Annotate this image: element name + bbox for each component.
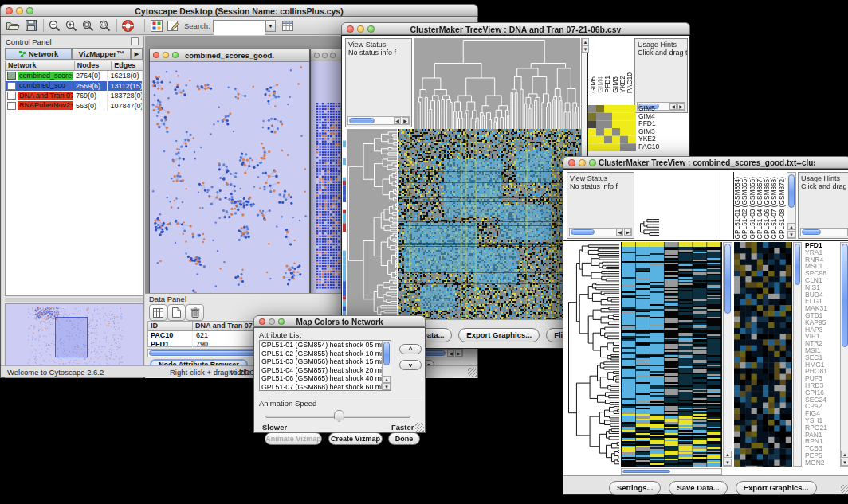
move-down-button[interactable]: v [399,360,422,370]
tv2-heatmap-canvas[interactable] [621,242,722,467]
attribute-list-item[interactable]: GPL51-01 (GSM854) heat shock 05 min [261,341,391,350]
attribute-browser-icon[interactable] [281,19,295,33]
maximize-icon[interactable] [172,52,179,58]
gene-label[interactable]: PHO81 [805,368,839,375]
select-attributes-button[interactable] [149,304,167,321]
zoom-out-icon[interactable] [48,19,61,33]
gene-label-selected[interactable]: PFD1 [805,242,839,249]
gene-label[interactable]: YRA1 [805,249,839,256]
minimize-icon[interactable] [322,53,328,58]
gene-label[interactable]: SEC1 [805,354,839,361]
done-button[interactable]: Done [388,432,420,445]
network-view-canvas[interactable] [150,62,309,304]
vizmapper-icon[interactable] [150,19,163,33]
gene-label[interactable]: ELG1 [805,298,839,305]
treeview-dna-titlebar[interactable]: ClusterMaker TreeView : DNA and Tran 07-… [341,22,690,35]
resize-grip[interactable] [415,423,424,432]
treeview-action-button[interactable]: Save Data... [669,482,726,494]
resize-grip[interactable] [468,368,477,377]
zoom-window-button[interactable] [278,318,285,325]
column-label[interactable]: GPL51-02 (GSM855) [741,177,748,239]
view-status-scrollbar[interactable]: ◀▶ [347,116,410,125]
minimize-button[interactable] [579,159,586,166]
search-input[interactable] [213,20,265,32]
close-button[interactable] [347,25,354,33]
main-window-titlebar[interactable]: Cytoscape Desktop (Session Name: collins… [0,4,478,17]
treeview-action-button[interactable]: Export Graphics... [459,329,539,342]
treeview-action-button[interactable]: Settings... [610,482,660,494]
gene-label[interactable]: MAK31 [805,305,839,312]
tv2-zoom-vscrollbar[interactable] [793,242,802,467]
tv1-heatmap-canvas[interactable] [398,129,581,320]
tv1-row-dendrogram-canvas[interactable] [347,129,397,320]
zoom-window-button[interactable] [26,7,33,14]
gene-label[interactable]: PUF3 [805,375,839,382]
gene-label[interactable]: FIG4 [805,410,839,417]
panel-splitter[interactable] [5,298,143,302]
col-nodes[interactable]: Nodes [75,61,112,70]
annotation-icon[interactable] [167,19,180,33]
gene-label[interactable]: HRD3 [805,382,839,389]
tab-overflow-button[interactable]: ▶ [131,48,143,60]
zoom-fit-icon[interactable] [81,19,95,33]
gene-label[interactable]: PAN1 [805,432,839,439]
resize-grip[interactable] [841,485,848,494]
usage-hints-scrollbar[interactable] [800,228,848,236]
gene-label[interactable]: KAP95 [805,319,839,326]
attribute-list-item[interactable]: GPL51-03 (GSM856) heat shock 15 min [261,357,391,366]
tv2-row-dendrogram-canvas[interactable] [567,242,619,467]
gene-label[interactable]: MSL1 [805,263,839,270]
gene-label[interactable]: RPO21 [805,424,839,432]
zoom-window-button[interactable] [367,25,375,33]
tv1-col-dendrogram-canvas[interactable] [414,38,580,129]
attribute-list-scrollbar[interactable]: ▲▼ [382,341,391,390]
new-attribute-button[interactable] [167,304,186,321]
gene-label[interactable]: TCB3 [805,445,839,452]
search-dropdown-arrow-icon[interactable]: ▼ [265,20,276,32]
attribute-list-item[interactable]: GPL51-06 (GSM865) heat shock 40 min [261,374,391,383]
network-row[interactable]: combined_scores 2764(0) 16218(0) [6,71,143,81]
attribute-list-item[interactable]: GPL51-02 (GSM855) heat shock 10 min [261,350,391,358]
scrollbar-thumb[interactable] [795,244,800,285]
gene-label[interactable]: SPC98 [805,270,839,277]
close-icon[interactable] [314,53,320,58]
tv2-hscrollbar[interactable] [621,468,722,475]
treeview-action-button[interactable]: Export Graphics... [736,482,816,494]
column-label[interactable]: PAC10 [626,72,634,93]
network-row[interactable]: combined_sco 2569(6) 13112(15) [6,81,143,92]
delete-attribute-button[interactable] [186,304,204,321]
network-window-titlebar[interactable]: combined_scores_good.txt--cluste... [150,49,309,62]
col-edges[interactable]: Edges [112,61,143,70]
gene-label[interactable]: CLN1 [805,277,839,284]
animation-speed-slider-thumb[interactable] [334,410,344,422]
gene-label[interactable]: HMG1 [805,361,839,369]
zoom-selected-icon[interactable] [98,19,112,33]
tv1-matrix-canvas[interactable] [588,105,636,151]
gene-label[interactable]: SEC24 [805,397,839,404]
attribute-list[interactable]: GPL51-01 (GSM854) heat shock 05 minGPL51… [259,340,391,391]
gene-label[interactable]: MON2 [805,459,839,467]
attribute-list-item[interactable]: GPL51-07 (GSM868) heat shock 60 min [261,383,391,391]
tv2-col-dendrogram-area[interactable] [636,172,720,239]
help-icon[interactable] [121,19,135,33]
gene-label[interactable]: CPA2 [805,403,839,410]
close-button[interactable] [568,159,575,166]
gene-label[interactable]: YSH1 [805,417,839,424]
dialog-titlebar[interactable]: Map Colors to Network [253,315,426,327]
create-vizmap-button[interactable]: Create Vizmap [328,432,383,445]
gene-label[interactable]: HAP3 [805,326,839,334]
gene-label[interactable]: RPN1 [805,438,839,445]
gene-label[interactable]: PEP5 [805,452,839,459]
zoom-window-button[interactable] [589,159,596,166]
open-icon[interactable] [6,19,20,32]
network-row[interactable]: DNA and Tran 07 769(0) 183728(0) [6,91,143,101]
scrollbar-thumb[interactable] [842,244,848,347]
close-button[interactable] [259,318,265,325]
move-up-button[interactable]: ^ [399,344,422,354]
view-status-scrollbar[interactable]: ◀▶ [569,228,632,236]
tv2-col-label-scrollbar[interactable]: ▲▼ [787,172,796,239]
gene-label[interactable]: GPI16 [805,389,839,397]
tv2-heatmap-vscrollbar[interactable]: ▲▼ [723,242,732,467]
tv2-gene-scrollbar[interactable]: ▲▼ [840,242,848,467]
data-col-id[interactable]: ID [148,322,193,330]
